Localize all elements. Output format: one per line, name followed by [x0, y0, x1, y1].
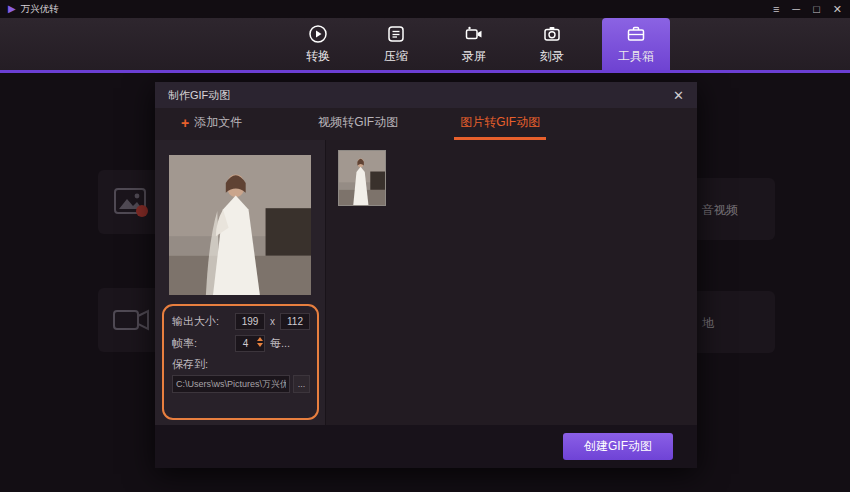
output-size-label: 输出大小: — [172, 314, 235, 329]
save-path-row: ... — [172, 375, 310, 393]
plus-icon: + — [181, 115, 189, 131]
nav-item-toolbox[interactable]: 工具箱 — [602, 18, 670, 70]
dialog-title: 制作GIF动图 — [168, 88, 230, 103]
nav-item-convert[interactable]: 转换 — [290, 18, 346, 70]
save-to-row: 保存到: — [172, 357, 310, 372]
close-dialog-icon[interactable]: ✕ — [673, 89, 684, 102]
minimize-icon[interactable]: ─ — [792, 0, 800, 18]
nav-item-compress[interactable]: 压缩 — [368, 18, 424, 70]
stepper-down-icon[interactable] — [257, 343, 263, 347]
main-nav: 转换 压缩 录屏 刻录 — [0, 18, 850, 70]
framerate-label: 帧率: — [172, 336, 235, 351]
create-gif-button[interactable]: 创建GIF动图 — [563, 433, 673, 460]
nav-label-burn: 刻录 — [540, 48, 564, 65]
menu-icon[interactable]: ≡ — [773, 0, 779, 18]
times-label: x — [270, 316, 275, 327]
title-bar: ▶ 万兴优转 ≡ ─ □ ✕ — [0, 0, 850, 18]
add-file-label: 添加文件 — [194, 114, 242, 131]
output-size-row: 输出大小: x — [172, 313, 310, 330]
dialog-footer: 创建GIF动图 — [155, 425, 697, 468]
dialog-content: 输出大小: x 帧率: — [155, 140, 697, 425]
window-controls: ≡ ─ □ ✕ — [773, 0, 842, 18]
tab-video-to-gif-label: 视频转GIF动图 — [318, 114, 398, 131]
app-title: 万兴优转 — [21, 3, 59, 16]
preview-image — [169, 155, 311, 295]
settings-panel: 输出大小: x 帧率: — [155, 140, 325, 425]
stepper-arrows — [257, 337, 263, 347]
nav-accent-divider — [0, 70, 850, 73]
height-input[interactable] — [280, 313, 310, 330]
nav-label-toolbox: 工具箱 — [618, 48, 654, 65]
nav-item-burn[interactable]: 刻录 — [524, 18, 580, 70]
tab-image-to-gif[interactable]: 图片转GIF动图 — [454, 108, 546, 140]
dialog-tab-bar: + 添加文件 视频转GIF动图 图片转GIF动图 — [155, 108, 697, 140]
toolbox-icon — [626, 23, 646, 45]
gif-settings-box: 输出大小: x 帧率: — [162, 304, 319, 420]
convert-play-icon — [308, 23, 328, 45]
framerate-stepper — [235, 335, 265, 352]
nav-label-compress: 压缩 — [384, 48, 408, 65]
save-to-label: 保存到: — [172, 357, 208, 372]
close-window-icon[interactable]: ✕ — [833, 0, 842, 18]
save-path-input[interactable] — [172, 375, 290, 393]
nav-label-record: 录屏 — [462, 48, 486, 65]
tab-image-to-gif-label: 图片转GIF动图 — [460, 114, 540, 131]
image-list-panel — [325, 140, 697, 425]
dialog-header: 制作GIF动图 ✕ — [155, 82, 697, 108]
create-gif-dialog: 制作GIF动图 ✕ + 添加文件 视频转GIF动图 图片转GIF动图 — [155, 82, 697, 468]
app-logo-icon: ▶ — [8, 4, 16, 14]
width-input[interactable] — [235, 313, 265, 330]
tab-video-to-gif[interactable]: 视频转GIF动图 — [312, 108, 404, 140]
framerate-row: 帧率: 每... — [172, 335, 310, 352]
app-window: ▶ 万兴优转 ≡ ─ □ ✕ 转换 压缩 — [0, 0, 850, 492]
add-file-button[interactable]: + 添加文件 — [175, 108, 248, 140]
compress-icon — [386, 23, 406, 45]
framerate-unit-label: 每... — [270, 336, 290, 351]
nav-label-convert: 转换 — [306, 48, 330, 65]
screen-record-icon — [464, 23, 484, 45]
nav-item-record[interactable]: 录屏 — [446, 18, 502, 70]
browse-button[interactable]: ... — [293, 375, 310, 393]
stepper-up-icon[interactable] — [257, 337, 263, 341]
maximize-icon[interactable]: □ — [813, 0, 820, 18]
main-content: 音视频 地 制作GIF动图 ✕ + 添加文件 视频转GIF动图 图片转GIF动 — [0, 73, 850, 492]
image-thumbnail[interactable] — [338, 150, 386, 206]
burn-icon — [542, 23, 562, 45]
